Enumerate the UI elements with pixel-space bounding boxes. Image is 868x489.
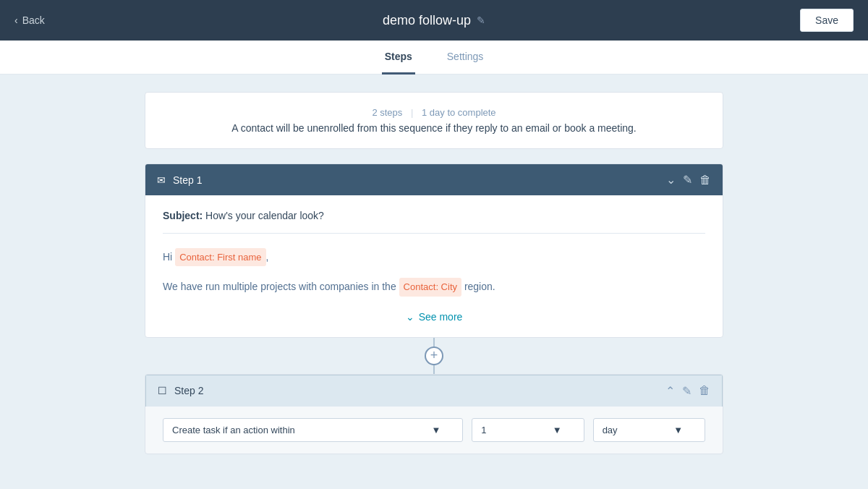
connector: + (145, 338, 723, 374)
step2-body: Create task if an action within ▼ 1 ▼ da… (145, 407, 723, 454)
token-city: Contact: City (399, 278, 461, 296)
add-step-button[interactable]: + (425, 346, 443, 365)
task-dropdown-arrow-icon: ▼ (431, 425, 441, 435)
task-number-value: 1 (481, 425, 486, 435)
body-suffix: region. (461, 281, 495, 292)
task-unit-dropdown[interactable]: day ▼ (593, 418, 705, 442)
step2-collapse-icon[interactable]: ⌃ (665, 384, 675, 398)
see-more-label: See more (419, 311, 463, 323)
body-text: We have run multiple projects with compa… (163, 281, 399, 292)
title-text: demo follow-up (383, 13, 471, 28)
back-chevron-icon: ‹ (14, 14, 18, 26)
app-header: ‹ Back demo follow-up ✎ Save (0, 0, 868, 41)
subject-prefix: Subject: (163, 210, 203, 221)
step1-card: ✉ Step 1 ⌄ ✎ 🗑 Subject: How's your calen… (145, 163, 723, 338)
step1-edit-icon[interactable]: ✎ (683, 173, 692, 187)
info-banner: 2 steps | 1 day to complete A contact wi… (145, 92, 723, 149)
step2-header-left: ☐ Step 2 (158, 385, 203, 396)
see-more-button[interactable]: ⌄ See more (163, 311, 705, 323)
tab-settings[interactable]: Settings (444, 41, 487, 75)
comma: , (266, 251, 269, 263)
main-content: 2 steps | 1 day to complete A contact wi… (0, 75, 868, 472)
email-body: Hi Contact: First name, We have run mult… (163, 248, 705, 297)
greeting-line: Hi Contact: First name, (163, 248, 705, 266)
task-action-label: Create task if an action within (172, 425, 295, 435)
steps-count: 2 steps (372, 107, 402, 118)
subject-line: Subject: How's your calendar look? (163, 210, 705, 221)
see-more-chevron-icon: ⌄ (406, 311, 414, 323)
step1-delete-icon[interactable]: 🗑 (699, 174, 711, 187)
step2-card: ☐ Step 2 ⌃ ✎ 🗑 Create task if an action … (145, 374, 723, 454)
unenroll-description: A contact will be unenrolled from this s… (163, 122, 705, 134)
days-to-complete: 1 day to complete (422, 107, 496, 118)
back-button[interactable]: ‹ Back (14, 14, 45, 26)
step1-header-left: ✉ Step 1 (157, 174, 202, 186)
envelope-icon: ✉ (157, 174, 166, 186)
step2-label: Step 2 (174, 385, 203, 396)
task-number-dropdown[interactable]: 1 ▼ (472, 418, 584, 442)
step1-header: ✉ Step 1 ⌄ ✎ 🗑 (145, 164, 723, 195)
body-line: We have run multiple projects with compa… (163, 278, 705, 296)
step1-collapse-icon[interactable]: ⌄ (666, 173, 676, 187)
step1-actions: ⌄ ✎ 🗑 (666, 173, 711, 187)
task-icon: ☐ (158, 385, 167, 396)
subject-text: How's your calendar look? (203, 210, 324, 221)
back-label: Back (22, 14, 45, 26)
task-number-arrow-icon: ▼ (553, 425, 562, 435)
task-unit-arrow-icon: ▼ (673, 425, 683, 435)
step2-delete-icon[interactable]: 🗑 (699, 384, 710, 397)
tabs-bar: Steps Settings (0, 41, 868, 75)
step2-header: ☐ Step 2 ⌃ ✎ 🗑 (145, 375, 723, 407)
page-title: demo follow-up ✎ (383, 13, 485, 28)
token-first-name: Contact: First name (175, 248, 265, 266)
steps-summary: 2 steps | 1 day to complete (163, 107, 705, 118)
save-button[interactable]: Save (800, 9, 854, 32)
step1-label: Step 1 (173, 174, 202, 186)
step2-actions: ⌃ ✎ 🗑 (665, 384, 710, 398)
tab-steps[interactable]: Steps (382, 41, 415, 75)
edit-icon[interactable]: ✎ (477, 14, 485, 26)
greeting-text: Hi (163, 251, 175, 263)
subject-divider (163, 233, 705, 234)
task-action-dropdown[interactable]: Create task if an action within ▼ (163, 418, 463, 442)
task-unit-value: day (603, 425, 618, 435)
step1-body: Subject: How's your calendar look? Hi Co… (145, 195, 723, 337)
divider: | (411, 107, 413, 118)
step2-edit-icon[interactable]: ✎ (682, 384, 692, 398)
